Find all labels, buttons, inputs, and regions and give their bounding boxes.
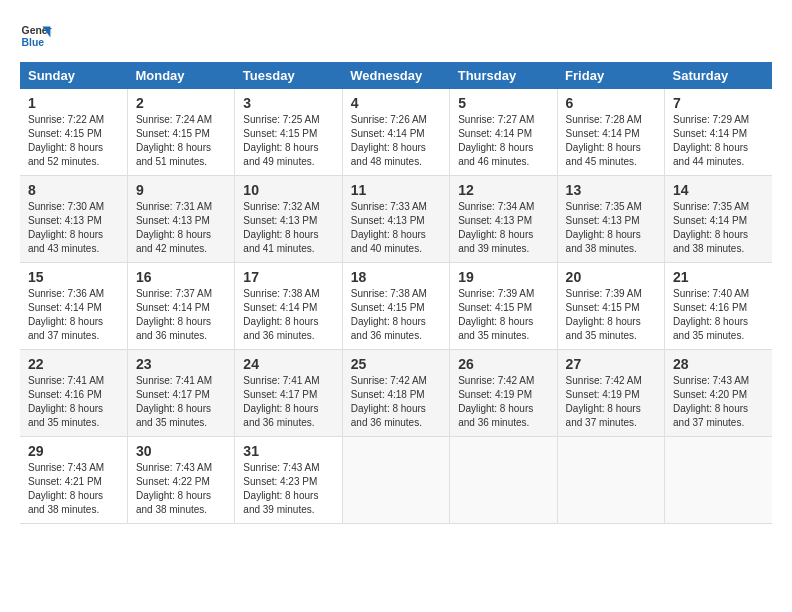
cell-info: Sunrise: 7:28 AMSunset: 4:14 PMDaylight:…: [566, 114, 642, 167]
calendar-cell: 15Sunrise: 7:36 AMSunset: 4:14 PMDayligh…: [20, 263, 127, 350]
cell-info: Sunrise: 7:31 AMSunset: 4:13 PMDaylight:…: [136, 201, 212, 254]
cell-info: Sunrise: 7:35 AMSunset: 4:14 PMDaylight:…: [673, 201, 749, 254]
calendar-cell: 30Sunrise: 7:43 AMSunset: 4:22 PMDayligh…: [127, 437, 234, 524]
day-number: 7: [673, 95, 764, 111]
week-row-4: 22Sunrise: 7:41 AMSunset: 4:16 PMDayligh…: [20, 350, 772, 437]
cell-info: Sunrise: 7:39 AMSunset: 4:15 PMDaylight:…: [458, 288, 534, 341]
calendar-cell: 10Sunrise: 7:32 AMSunset: 4:13 PMDayligh…: [235, 176, 342, 263]
week-row-2: 8Sunrise: 7:30 AMSunset: 4:13 PMDaylight…: [20, 176, 772, 263]
header-wednesday: Wednesday: [342, 62, 449, 89]
day-number: 26: [458, 356, 548, 372]
calendar-cell: 4Sunrise: 7:26 AMSunset: 4:14 PMDaylight…: [342, 89, 449, 176]
cell-info: Sunrise: 7:42 AMSunset: 4:19 PMDaylight:…: [458, 375, 534, 428]
calendar-cell: 19Sunrise: 7:39 AMSunset: 4:15 PMDayligh…: [450, 263, 557, 350]
day-number: 20: [566, 269, 656, 285]
day-number: 8: [28, 182, 119, 198]
cell-info: Sunrise: 7:43 AMSunset: 4:22 PMDaylight:…: [136, 462, 212, 515]
day-number: 21: [673, 269, 764, 285]
logo-icon: General Blue: [20, 20, 52, 52]
calendar-cell: 23Sunrise: 7:41 AMSunset: 4:17 PMDayligh…: [127, 350, 234, 437]
day-number: 17: [243, 269, 333, 285]
calendar-cell: 13Sunrise: 7:35 AMSunset: 4:13 PMDayligh…: [557, 176, 664, 263]
calendar-cell: 26Sunrise: 7:42 AMSunset: 4:19 PMDayligh…: [450, 350, 557, 437]
cell-info: Sunrise: 7:35 AMSunset: 4:13 PMDaylight:…: [566, 201, 642, 254]
calendar-cell: 11Sunrise: 7:33 AMSunset: 4:13 PMDayligh…: [342, 176, 449, 263]
day-number: 14: [673, 182, 764, 198]
cell-info: Sunrise: 7:42 AMSunset: 4:18 PMDaylight:…: [351, 375, 427, 428]
day-number: 13: [566, 182, 656, 198]
day-number: 6: [566, 95, 656, 111]
calendar-table: SundayMondayTuesdayWednesdayThursdayFrid…: [20, 62, 772, 524]
calendar-cell: 2Sunrise: 7:24 AMSunset: 4:15 PMDaylight…: [127, 89, 234, 176]
cell-info: Sunrise: 7:24 AMSunset: 4:15 PMDaylight:…: [136, 114, 212, 167]
calendar-cell: 27Sunrise: 7:42 AMSunset: 4:19 PMDayligh…: [557, 350, 664, 437]
day-number: 9: [136, 182, 226, 198]
day-number: 16: [136, 269, 226, 285]
cell-info: Sunrise: 7:41 AMSunset: 4:16 PMDaylight:…: [28, 375, 104, 428]
calendar-cell: 18Sunrise: 7:38 AMSunset: 4:15 PMDayligh…: [342, 263, 449, 350]
cell-info: Sunrise: 7:22 AMSunset: 4:15 PMDaylight:…: [28, 114, 104, 167]
cell-info: Sunrise: 7:25 AMSunset: 4:15 PMDaylight:…: [243, 114, 319, 167]
header-saturday: Saturday: [665, 62, 772, 89]
calendar-cell: 5Sunrise: 7:27 AMSunset: 4:14 PMDaylight…: [450, 89, 557, 176]
calendar-cell: 24Sunrise: 7:41 AMSunset: 4:17 PMDayligh…: [235, 350, 342, 437]
day-number: 4: [351, 95, 441, 111]
svg-text:Blue: Blue: [22, 37, 45, 48]
calendar-cell: 9Sunrise: 7:31 AMSunset: 4:13 PMDaylight…: [127, 176, 234, 263]
cell-info: Sunrise: 7:36 AMSunset: 4:14 PMDaylight:…: [28, 288, 104, 341]
calendar-cell: 28Sunrise: 7:43 AMSunset: 4:20 PMDayligh…: [665, 350, 772, 437]
cell-info: Sunrise: 7:43 AMSunset: 4:23 PMDaylight:…: [243, 462, 319, 515]
cell-info: Sunrise: 7:37 AMSunset: 4:14 PMDaylight:…: [136, 288, 212, 341]
calendar-cell: 12Sunrise: 7:34 AMSunset: 4:13 PMDayligh…: [450, 176, 557, 263]
cell-info: Sunrise: 7:43 AMSunset: 4:20 PMDaylight:…: [673, 375, 749, 428]
cell-info: Sunrise: 7:40 AMSunset: 4:16 PMDaylight:…: [673, 288, 749, 341]
day-number: 24: [243, 356, 333, 372]
day-number: 10: [243, 182, 333, 198]
day-number: 1: [28, 95, 119, 111]
cell-info: Sunrise: 7:30 AMSunset: 4:13 PMDaylight:…: [28, 201, 104, 254]
cell-info: Sunrise: 7:43 AMSunset: 4:21 PMDaylight:…: [28, 462, 104, 515]
calendar-header-row: SundayMondayTuesdayWednesdayThursdayFrid…: [20, 62, 772, 89]
header-tuesday: Tuesday: [235, 62, 342, 89]
calendar-cell: [450, 437, 557, 524]
cell-info: Sunrise: 7:34 AMSunset: 4:13 PMDaylight:…: [458, 201, 534, 254]
calendar-cell: 3Sunrise: 7:25 AMSunset: 4:15 PMDaylight…: [235, 89, 342, 176]
cell-info: Sunrise: 7:32 AMSunset: 4:13 PMDaylight:…: [243, 201, 319, 254]
header-friday: Friday: [557, 62, 664, 89]
calendar-cell: 7Sunrise: 7:29 AMSunset: 4:14 PMDaylight…: [665, 89, 772, 176]
header-monday: Monday: [127, 62, 234, 89]
calendar-cell: 17Sunrise: 7:38 AMSunset: 4:14 PMDayligh…: [235, 263, 342, 350]
calendar-cell: [557, 437, 664, 524]
cell-info: Sunrise: 7:42 AMSunset: 4:19 PMDaylight:…: [566, 375, 642, 428]
calendar-cell: 25Sunrise: 7:42 AMSunset: 4:18 PMDayligh…: [342, 350, 449, 437]
day-number: 15: [28, 269, 119, 285]
day-number: 23: [136, 356, 226, 372]
cell-info: Sunrise: 7:33 AMSunset: 4:13 PMDaylight:…: [351, 201, 427, 254]
calendar-cell: 31Sunrise: 7:43 AMSunset: 4:23 PMDayligh…: [235, 437, 342, 524]
calendar-cell: 20Sunrise: 7:39 AMSunset: 4:15 PMDayligh…: [557, 263, 664, 350]
calendar-cell: 21Sunrise: 7:40 AMSunset: 4:16 PMDayligh…: [665, 263, 772, 350]
day-number: 25: [351, 356, 441, 372]
cell-info: Sunrise: 7:27 AMSunset: 4:14 PMDaylight:…: [458, 114, 534, 167]
calendar-cell: 22Sunrise: 7:41 AMSunset: 4:16 PMDayligh…: [20, 350, 127, 437]
day-number: 2: [136, 95, 226, 111]
day-number: 27: [566, 356, 656, 372]
day-number: 29: [28, 443, 119, 459]
day-number: 30: [136, 443, 226, 459]
logo: General Blue: [20, 20, 52, 52]
calendar-cell: 8Sunrise: 7:30 AMSunset: 4:13 PMDaylight…: [20, 176, 127, 263]
week-row-1: 1Sunrise: 7:22 AMSunset: 4:15 PMDaylight…: [20, 89, 772, 176]
day-number: 19: [458, 269, 548, 285]
calendar-cell: 16Sunrise: 7:37 AMSunset: 4:14 PMDayligh…: [127, 263, 234, 350]
week-row-3: 15Sunrise: 7:36 AMSunset: 4:14 PMDayligh…: [20, 263, 772, 350]
header-sunday: Sunday: [20, 62, 127, 89]
cell-info: Sunrise: 7:29 AMSunset: 4:14 PMDaylight:…: [673, 114, 749, 167]
day-number: 22: [28, 356, 119, 372]
cell-info: Sunrise: 7:41 AMSunset: 4:17 PMDaylight:…: [243, 375, 319, 428]
day-number: 31: [243, 443, 333, 459]
day-number: 5: [458, 95, 548, 111]
cell-info: Sunrise: 7:41 AMSunset: 4:17 PMDaylight:…: [136, 375, 212, 428]
day-number: 28: [673, 356, 764, 372]
day-number: 12: [458, 182, 548, 198]
header-thursday: Thursday: [450, 62, 557, 89]
